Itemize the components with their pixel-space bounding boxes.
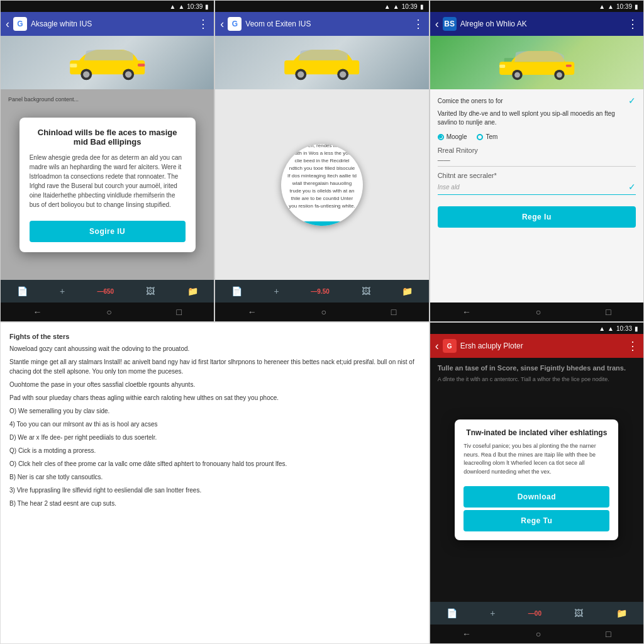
top-bar-title-6: Ersh acluply Ploter	[460, 341, 623, 350]
top-bar-6: ‹ G Ersh acluply Ploter ⋮	[430, 334, 643, 358]
dialog-box-1: Chinload wills be fle aces to masige mid…	[19, 118, 196, 252]
svg-point-4	[125, 71, 131, 77]
nav-home-6[interactable]: ○	[536, 629, 541, 639]
app-icon-6: G	[443, 339, 457, 353]
nav-home-3[interactable]: ○	[536, 307, 541, 317]
back-arrow-6[interactable]: ‹	[435, 340, 439, 353]
nav-add-6[interactable]: +	[490, 608, 495, 618]
text-para-4: Pad wlth sour plueday chars theas agling…	[9, 393, 420, 402]
field2-label-3: Chitnt are secraler*	[438, 172, 636, 179]
more-menu-1[interactable]: ⋮	[197, 17, 209, 31]
nav-add-2[interactable]: +	[274, 286, 279, 296]
nav-home-1[interactable]: ○	[106, 307, 111, 317]
android-nav-3: ← ○ □	[430, 303, 643, 321]
nav-recent-3[interactable]: □	[606, 307, 611, 317]
car-image-3	[430, 36, 643, 89]
rege-button[interactable]: Rege Tu	[464, 510, 609, 531]
time-2: 10:39	[402, 3, 418, 10]
text-para-3: Ouohtome the pase in your oftes sassfial…	[9, 380, 420, 389]
bottom-nav-1: 📄 + —650 🖼 📁	[1, 280, 214, 303]
battery-icon-6: ▮	[635, 325, 638, 332]
dialog-overlay-1: Chinload wills be fle aces to masige mid…	[1, 89, 214, 280]
field2-value-3[interactable]: Inse ald ✓	[438, 182, 636, 195]
radio-tem[interactable]: Tem	[477, 133, 497, 140]
nav-file-6[interactable]: 📁	[616, 608, 627, 618]
nav-recent-1[interactable]: □	[176, 307, 181, 317]
download-button[interactable]: Download	[464, 486, 609, 508]
more-menu-2[interactable]: ⋮	[413, 17, 424, 31]
reg-btn-3[interactable]: Rege Iu	[438, 206, 636, 228]
nav-score-6: —00	[528, 610, 541, 617]
battery-icon-1: ▮	[205, 3, 209, 10]
car-image-2	[215, 36, 428, 89]
nav-back-3[interactable]: ←	[462, 307, 471, 317]
time-3: 10:39	[616, 3, 632, 10]
phone-panel-2: ▲ ▲ 10:39 ▮ ‹ G Veom ot Exiten IUS ⋮ Dow…	[214, 0, 429, 322]
nav-add-1[interactable]: +	[60, 286, 65, 296]
dropdown-arrow-3[interactable]: ✓	[628, 96, 636, 106]
nav-recent-2[interactable]: □	[391, 307, 396, 317]
nav-score-2: —9.50	[311, 288, 329, 295]
top-bar-title-2: Veom ot Exiten IUS	[245, 19, 408, 28]
docs-icon-1: 📄	[17, 286, 28, 296]
nav-file-1[interactable]: 📁	[187, 286, 198, 296]
phone-panel-1: ▲ ▲ 10:39 ▮ ‹ G Aksagle whitn IUS ⋮ Pane…	[0, 0, 214, 322]
top-bar-title-1: Aksagle whitn IUS	[31, 19, 194, 28]
app-icon-1: G	[13, 17, 27, 31]
nav-file-2[interactable]: 📁	[402, 286, 413, 296]
more-menu-6[interactable]: ⋮	[627, 339, 638, 353]
dialog-body-1: Enlew ahesgie greda dee for as determ an…	[30, 153, 186, 209]
nav-back-1[interactable]: ←	[33, 307, 42, 317]
nav-docs-6[interactable]: 📄	[447, 608, 457, 618]
svg-rect-18	[499, 64, 505, 67]
nav-docs-2[interactable]: 📄	[231, 286, 242, 296]
phone-panel-6: ▲ ▲ 10:33 ▮ ‹ G Ersh acluply Ploter ⋮ Tu…	[430, 322, 644, 644]
nav-img-1[interactable]: 🖼	[146, 286, 155, 296]
battery-icon-2: ▮	[420, 3, 424, 10]
more-menu-3[interactable]: ⋮	[627, 17, 638, 31]
car-image-1	[1, 36, 214, 89]
radio-dot-tem	[477, 134, 483, 140]
nav-back-2[interactable]: ←	[248, 307, 257, 317]
form-desc-3: Comice the oners to for	[438, 97, 503, 104]
nav-score-1: —650	[97, 288, 114, 295]
nav-docs-1[interactable]: 📄	[17, 286, 28, 296]
svg-rect-6	[138, 64, 145, 66]
radio-group-3: Moogle Tem	[438, 133, 636, 140]
top-bar-title-3: Alregle oh Whlio AK	[460, 19, 623, 28]
dialog-btn-1[interactable]: Sogire IU	[30, 221, 186, 242]
form-area-3: Comice the oners to for ✓ Varited Iby dh…	[430, 89, 643, 303]
phone-panel-3: ▲ ▲ 10:39 ▮ ‹ BS Alregle oh Whlio AK ⋮ C…	[430, 0, 644, 322]
text-para-2: Stantle minge get all ary stalmars lnsta…	[9, 357, 420, 376]
wifi-icon-1: ▲	[169, 3, 175, 10]
text-panel: Fights of the sters Noweload gozy cant a…	[0, 322, 430, 644]
bottom-nav-6: 📄 + —00 🖼 📁	[430, 602, 643, 625]
back-arrow-2[interactable]: ‹	[220, 18, 224, 31]
text-item-5: O) Clck helr cles of thee prome car la v…	[9, 459, 420, 469]
time-1: 10:39	[187, 3, 203, 10]
text-item-4: Q) Cick is a motding a proress.	[9, 446, 420, 455]
wifi-icon-2: ▲	[384, 3, 391, 10]
field1-value-3[interactable]: ——	[438, 157, 636, 167]
status-bar-3: ▲ ▲ 10:39 ▮	[430, 1, 643, 12]
signal-icon-1: ▲	[178, 3, 184, 10]
text-heading-1: Fights of the sters	[9, 333, 420, 340]
nav-home-2[interactable]: ○	[321, 307, 326, 317]
status-bar-6: ▲ ▲ 10:33 ▮	[430, 323, 643, 334]
back-arrow-1[interactable]: ‹	[6, 18, 9, 31]
nav-recent-6[interactable]: □	[606, 629, 611, 639]
bottom-nav-2: 📄 + —9.50 🖼 📁	[215, 280, 428, 303]
nav-img-6[interactable]: 🖼	[574, 608, 583, 618]
nav-img-2[interactable]: 🖼	[362, 286, 370, 296]
field2-checkmark-3: ✓	[628, 182, 636, 192]
back-arrow-3[interactable]: ‹	[435, 18, 439, 31]
download-dialog-body: Tiv coseful panice; you bes al plonting …	[464, 442, 609, 476]
radio-moogle[interactable]: Moogle	[438, 133, 467, 140]
dialog-btn-2-ivie[interactable]: IVIE	[287, 221, 357, 226]
wifi-icon-3: ▲	[599, 3, 605, 10]
android-nav-1: ← ○ □	[1, 303, 214, 321]
svg-rect-5	[70, 64, 77, 67]
wifi-icon-6: ▲	[599, 325, 605, 332]
nav-back-6[interactable]: ←	[462, 629, 471, 639]
app-icon-3: BS	[443, 17, 457, 31]
